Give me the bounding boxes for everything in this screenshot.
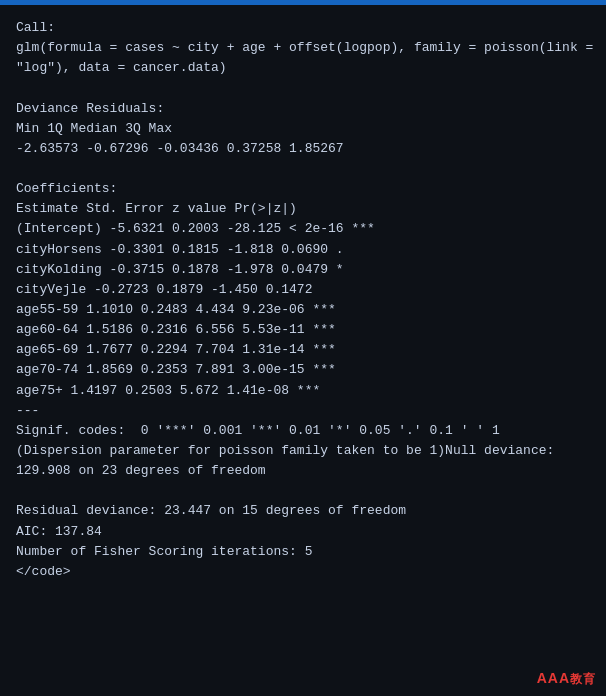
empty-2: [16, 159, 590, 179]
line-2: glm(formula = cases ~ city + age + offse…: [16, 38, 590, 58]
line-17: age75+ 1.4197 0.2503 5.672 1.41e-08 ***: [16, 381, 590, 401]
line-25: </code>: [16, 562, 590, 582]
line-16: age70-74 1.8569 0.2353 7.891 3.00e-15 **…: [16, 360, 590, 380]
line-5: Min 1Q Median 3Q Max: [16, 119, 590, 139]
line-3: "log"), data = cancer.data): [16, 58, 590, 78]
empty-3: [16, 481, 590, 501]
line-9: (Intercept) -5.6321 0.2003 -28.125 < 2e-…: [16, 219, 590, 239]
line-15: age65-69 1.7677 0.2294 7.704 1.31e-14 **…: [16, 340, 590, 360]
line-22: Residual deviance: 23.447 on 15 degrees …: [16, 501, 590, 521]
line-14: age60-64 1.5186 0.2316 6.556 5.53e-11 **…: [16, 320, 590, 340]
line-24: Number of Fisher Scoring iterations: 5: [16, 542, 590, 562]
empty-1: [16, 78, 590, 98]
line-7: Coefficients:: [16, 179, 590, 199]
line-4: Deviance Residuals:: [16, 99, 590, 119]
line-12: cityVejle -0.2723 0.1879 -1.450 0.1472: [16, 280, 590, 300]
line-8: Estimate Std. Error z value Pr(>|z|): [16, 199, 590, 219]
line-21: 129.908 on 23 degrees of freedom: [16, 461, 590, 481]
line-19: Signif. codes: 0 '***' 0.001 '**' 0.01 '…: [16, 421, 590, 441]
line-10: cityHorsens -0.3301 0.1815 -1.818 0.0690…: [16, 240, 590, 260]
line-11: cityKolding -0.3715 0.1878 -1.978 0.0479…: [16, 260, 590, 280]
line-13: age55-59 1.1010 0.2483 4.434 9.23e-06 **…: [16, 300, 590, 320]
top-bar: [0, 0, 606, 5]
line-6: -2.63573 -0.67296 -0.03436 0.37258 1.852…: [16, 139, 590, 159]
main-container: Call: glm(formula = cases ~ city + age +…: [0, 0, 606, 696]
watermark: AAA教育: [537, 670, 596, 688]
line-20: (Dispersion parameter for poisson family…: [16, 441, 590, 461]
line-23: AIC: 137.84: [16, 522, 590, 542]
code-output: Call: glm(formula = cases ~ city + age +…: [16, 18, 590, 582]
line-18: ---: [16, 401, 590, 421]
line-1: Call:: [16, 18, 590, 38]
